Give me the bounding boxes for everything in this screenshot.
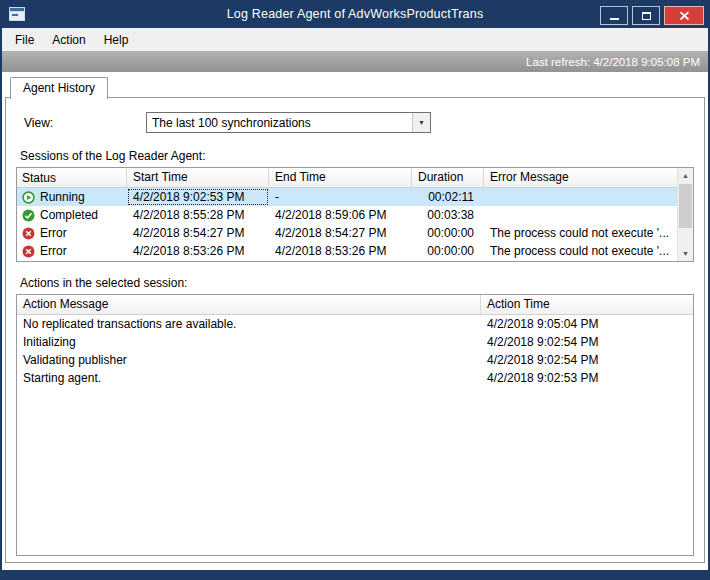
column-header-duration[interactable]: Duration bbox=[412, 168, 484, 187]
scrollbar-track[interactable] bbox=[678, 183, 693, 246]
action-message-cell: No replicated transactions are available… bbox=[17, 315, 481, 333]
action-time-cell: 4/2/2018 9:02:54 PM bbox=[481, 333, 693, 351]
status-text: Completed bbox=[40, 206, 98, 224]
titlebar: Log Reader Agent of AdvWorksProductTrans bbox=[2, 0, 708, 28]
end-time-cell: 4/2/2018 8:59:06 PM bbox=[269, 206, 412, 224]
column-header-start-time[interactable]: Start Time bbox=[127, 168, 269, 187]
scrollbar-thumb[interactable] bbox=[679, 184, 692, 228]
action-row[interactable]: No replicated transactions are available… bbox=[17, 315, 693, 333]
scroll-up-button[interactable]: ▲ bbox=[678, 168, 693, 183]
minimize-button[interactable] bbox=[600, 6, 628, 25]
close-button[interactable] bbox=[664, 6, 704, 25]
action-row[interactable]: Validating publisher 4/2/2018 9:02:54 PM bbox=[17, 351, 693, 369]
action-message-cell: Validating publisher bbox=[17, 351, 481, 369]
end-time-cell: 4/2/2018 8:54:27 PM bbox=[269, 224, 412, 242]
actions-grid-header: Action Message Action Time bbox=[17, 295, 693, 315]
completed-icon bbox=[22, 209, 35, 222]
action-row[interactable]: Initializing 4/2/2018 9:02:54 PM bbox=[17, 333, 693, 351]
client-area: Agent History View: The last 100 synchro… bbox=[2, 72, 708, 570]
duration-cell: 00:03:38 bbox=[412, 206, 484, 224]
window-controls bbox=[596, 3, 708, 25]
view-dropdown-value: The last 100 synchronizations bbox=[147, 116, 412, 130]
last-refresh-text: Last refresh: 4/2/2018 9:05:08 PM bbox=[526, 56, 700, 68]
action-time-cell: 4/2/2018 9:02:53 PM bbox=[481, 369, 693, 387]
sessions-grid: Status Start Time End Time Duration Erro… bbox=[16, 167, 694, 262]
view-row: View: The last 100 synchronizations ▼ bbox=[24, 112, 694, 133]
menu-help[interactable]: Help bbox=[95, 30, 138, 50]
action-message-cell: Starting agent. bbox=[17, 369, 481, 387]
end-time-cell: - bbox=[269, 188, 412, 206]
sessions-scrollbar[interactable]: ▲ ▼ bbox=[677, 168, 693, 261]
scroll-up-icon: ▲ bbox=[682, 172, 689, 179]
action-time-cell: 4/2/2018 9:05:04 PM bbox=[481, 315, 693, 333]
error-icon bbox=[22, 245, 35, 258]
view-label: View: bbox=[24, 116, 146, 130]
duration-cell: 00:00:00 bbox=[412, 224, 484, 242]
session-row-error-1[interactable]: Error 4/2/2018 8:54:27 PM 4/2/2018 8:54:… bbox=[17, 224, 677, 242]
error-icon bbox=[22, 227, 35, 240]
sessions-grid-header: Status Start Time End Time Duration Erro… bbox=[17, 168, 677, 188]
duration-cell: 00:02:11 bbox=[412, 188, 484, 206]
status-text: Error bbox=[40, 224, 67, 242]
session-row-error-2[interactable]: Error 4/2/2018 8:53:26 PM 4/2/2018 8:53:… bbox=[17, 242, 677, 260]
close-icon bbox=[679, 11, 690, 21]
error-message-cell bbox=[484, 206, 677, 224]
session-row-completed[interactable]: Completed 4/2/2018 8:55:28 PM 4/2/2018 8… bbox=[17, 206, 677, 224]
menu-file[interactable]: File bbox=[6, 30, 43, 50]
start-time-cell: 4/2/2018 8:55:28 PM bbox=[127, 206, 269, 224]
action-time-cell: 4/2/2018 9:02:54 PM bbox=[481, 351, 693, 369]
app-icon-bar bbox=[10, 8, 24, 12]
actions-grid: Action Message Action Time No replicated… bbox=[16, 294, 694, 556]
column-header-end-time[interactable]: End Time bbox=[269, 168, 412, 187]
maximize-icon bbox=[642, 12, 651, 20]
start-time-cell: 4/2/2018 8:54:27 PM bbox=[127, 224, 269, 242]
app-icon-dot bbox=[12, 14, 18, 16]
duration-cell: 00:00:00 bbox=[412, 242, 484, 260]
scroll-down-button[interactable]: ▼ bbox=[678, 246, 693, 261]
column-header-status[interactable]: Status bbox=[17, 168, 127, 187]
error-message-cell: The process could not execute '... bbox=[484, 224, 677, 242]
menu-bar: File Action Help bbox=[2, 28, 708, 51]
action-message-cell: Initializing bbox=[17, 333, 481, 351]
app-icon bbox=[9, 7, 25, 21]
running-icon bbox=[22, 191, 35, 204]
error-message-cell bbox=[484, 188, 677, 206]
view-dropdown[interactable]: The last 100 synchronizations ▼ bbox=[146, 112, 431, 133]
status-strip: Last refresh: 4/2/2018 9:05:08 PM bbox=[2, 51, 708, 72]
end-time-cell: 4/2/2018 8:53:26 PM bbox=[269, 242, 412, 260]
status-text: Running bbox=[40, 188, 85, 206]
scroll-down-icon: ▼ bbox=[682, 250, 689, 257]
menu-action[interactable]: Action bbox=[43, 30, 94, 50]
actions-label: Actions in the selected session: bbox=[20, 276, 694, 290]
status-text: Error bbox=[40, 242, 67, 260]
agent-history-page: View: The last 100 synchronizations ▼ Se… bbox=[5, 97, 705, 563]
sessions-grid-inner: Status Start Time End Time Duration Erro… bbox=[17, 168, 677, 260]
tab-strip: Agent History bbox=[5, 77, 705, 98]
minimize-icon bbox=[610, 18, 619, 20]
column-header-error-message[interactable]: Error Message bbox=[484, 168, 677, 187]
sessions-label: Sessions of the Log Reader Agent: bbox=[20, 149, 694, 163]
tab-agent-history[interactable]: Agent History bbox=[10, 77, 108, 99]
chevron-down-icon: ▼ bbox=[418, 119, 425, 126]
start-time-cell: 4/2/2018 9:02:53 PM bbox=[127, 188, 269, 206]
session-row-running[interactable]: Running 4/2/2018 9:02:53 PM - 00:02:11 bbox=[17, 188, 677, 206]
column-header-action-time[interactable]: Action Time bbox=[481, 295, 693, 314]
start-time-cell: 4/2/2018 8:53:26 PM bbox=[127, 242, 269, 260]
tab-label: Agent History bbox=[23, 81, 95, 95]
column-header-action-message[interactable]: Action Message bbox=[17, 295, 481, 314]
error-message-cell: The process could not execute '... bbox=[484, 242, 677, 260]
view-dropdown-button[interactable]: ▼ bbox=[412, 113, 430, 132]
action-row[interactable]: Starting agent. 4/2/2018 9:02:53 PM bbox=[17, 369, 693, 387]
window: Log Reader Agent of AdvWorksProductTrans… bbox=[0, 0, 710, 580]
maximize-button[interactable] bbox=[632, 6, 660, 25]
